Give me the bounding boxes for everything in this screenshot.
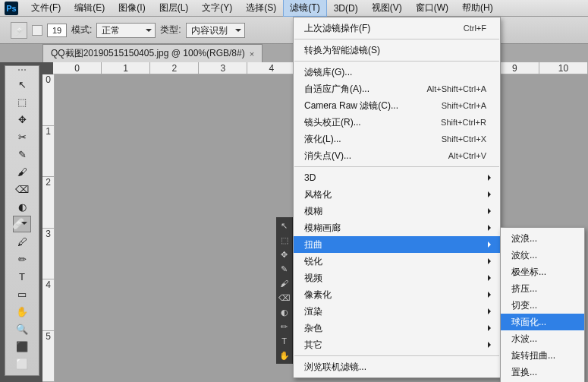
toolbox-grip-icon[interactable] (11, 69, 33, 74)
menu-item[interactable]: 其它 (294, 336, 500, 353)
menu-item[interactable]: 视频 (294, 270, 500, 286)
menu-item[interactable]: 液化(L)...Shift+Ctrl+X (294, 131, 500, 147)
mini-tool-button[interactable]: ✎ (278, 262, 291, 276)
close-tab-icon[interactable]: × (250, 49, 254, 58)
mini-tool-button[interactable]: 🖌 (278, 276, 291, 290)
tool-button[interactable]: ▭ (13, 286, 31, 302)
ruler-tick: 2 (150, 62, 199, 74)
tool-button[interactable]: ⬚ (13, 93, 31, 110)
submenu-item[interactable]: 水波... (501, 330, 584, 347)
submenu-item[interactable]: 极坐标... (501, 264, 584, 280)
submenu-item-label: 波纹... (511, 249, 571, 262)
mini-tool-button[interactable]: ↖ (278, 219, 291, 232)
type-select[interactable]: 内容识别 (186, 23, 245, 38)
brush-preview-icon[interactable] (32, 25, 42, 36)
mini-tool-button[interactable]: ⌫ (278, 291, 291, 305)
menu-item-label: 视频 (304, 272, 486, 285)
menu-item[interactable]: Camera Raw 滤镜(C)...Shift+Ctrl+A (294, 97, 500, 114)
tool-button[interactable]: 🩹 (13, 216, 31, 232)
menu-3d[interactable]: 3D(D) (327, 1, 365, 16)
submenu-item[interactable]: 波浪... (501, 230, 584, 247)
menu-layer[interactable]: 图层(L) (153, 0, 196, 17)
tool-button[interactable]: ⬛ (13, 338, 31, 355)
menu-item[interactable]: 转换为智能滤镜(S) (294, 42, 500, 58)
menu-item-label: 消失点(V)... (304, 150, 418, 163)
menu-file[interactable]: 文件(F) (24, 0, 68, 17)
menu-item-label: 自适应广角(A)... (304, 83, 396, 96)
menu-item-shortcut: Shift+Ctrl+A (442, 101, 486, 110)
menu-item[interactable]: 模糊画廊 (294, 219, 500, 236)
tool-button[interactable]: ⬜ (13, 355, 31, 372)
submenu-item-label: 水波... (511, 333, 571, 346)
menu-select[interactable]: 选择(S) (239, 0, 283, 17)
submenu-item-label: 极坐标... (511, 266, 571, 279)
submenu-item-label: 置换... (511, 366, 571, 379)
menu-help[interactable]: 帮助(H) (455, 0, 500, 17)
menu-item[interactable]: 消失点(V)...Alt+Ctrl+V (294, 147, 500, 164)
current-tool-icon[interactable]: 🩹 (11, 22, 27, 39)
mode-select[interactable]: 正常 (96, 23, 156, 38)
distort-submenu: 波浪...波纹...极坐标...挤压...切变...球面化...水波...旋转扭… (500, 227, 585, 382)
menu-item[interactable]: 自适应广角(A)...Alt+Shift+Ctrl+A (294, 81, 500, 97)
tool-button[interactable]: 🖌 (13, 163, 31, 180)
ruler-tick: 3 (199, 62, 247, 74)
tool-button[interactable]: 🔍 (13, 320, 31, 337)
mini-tool-button[interactable]: T (278, 334, 291, 348)
menu-item-label: 3D (304, 172, 486, 183)
submenu-item[interactable]: 波纹... (501, 247, 584, 264)
tool-button[interactable]: 🖊 (13, 233, 31, 250)
mini-tool-button[interactable]: ✏ (278, 320, 291, 333)
menu-item[interactable]: 渲染 (294, 303, 500, 320)
menu-item-label: 扭曲 (304, 238, 486, 251)
menu-window[interactable]: 窗口(W) (409, 0, 455, 17)
menu-filter[interactable]: 滤镜(T) (283, 0, 326, 17)
mini-tool-button[interactable]: ◐ (278, 305, 291, 319)
submenu-item[interactable]: 旋转扭曲... (501, 347, 584, 364)
menu-item[interactable]: 杂色 (294, 320, 500, 336)
menu-item[interactable]: 上次滤镜操作(F)Ctrl+F (294, 20, 500, 36)
submenu-item[interactable]: 置换... (501, 364, 584, 380)
type-label: 类型: (160, 24, 181, 36)
tool-button[interactable]: ✏ (13, 251, 31, 267)
menu-item-label: 模糊画廊 (304, 222, 486, 235)
menu-item[interactable]: 滤镜库(G)... (294, 64, 500, 81)
menu-item[interactable]: 像素化 (294, 286, 500, 303)
menu-item-shortcut: Ctrl+F (464, 24, 486, 33)
submenu-item[interactable]: 球面化... (501, 314, 584, 330)
submenu-item-label: 切变... (511, 299, 571, 312)
mini-tool-button[interactable]: ✥ (278, 248, 291, 261)
tool-button[interactable]: ✋ (13, 303, 31, 320)
filter-menu: 上次滤镜操作(F)Ctrl+F转换为智能滤镜(S)滤镜库(G)...自适应广角(… (293, 17, 501, 378)
menu-image[interactable]: 图像(I) (112, 0, 152, 17)
menu-separator (294, 355, 499, 356)
menu-item[interactable]: 模糊 (294, 203, 500, 219)
menu-item-label: 镜头校正(R)... (304, 116, 410, 129)
tool-button[interactable]: ↖ (13, 76, 31, 93)
mini-tool-button[interactable]: ✋ (278, 349, 291, 362)
menu-item[interactable]: 镜头校正(R)...Shift+Ctrl+R (294, 114, 500, 131)
menu-edit[interactable]: 编辑(E) (68, 0, 112, 17)
document-tab[interactable]: QQ截图20190515150405.jpg @ 100%(RGB/8#) × (42, 44, 263, 62)
menu-item-label: 锐化 (304, 255, 486, 268)
submenu-item[interactable]: 挤压... (501, 280, 584, 297)
menu-item[interactable]: 浏览联机滤镜... (294, 358, 500, 375)
tool-button[interactable]: T (13, 268, 31, 285)
submenu-item[interactable]: 切变... (501, 297, 584, 314)
menu-separator (294, 166, 499, 167)
menu-item[interactable]: 扭曲 (294, 236, 500, 253)
menu-item-shortcut: Shift+Ctrl+R (441, 118, 486, 127)
mini-tool-button[interactable]: ⬚ (278, 233, 291, 247)
tool-button[interactable]: ◐ (13, 198, 31, 215)
tool-button[interactable]: ✥ (13, 111, 31, 128)
tool-button[interactable]: ✎ (13, 146, 31, 163)
menu-item[interactable]: 3D (294, 169, 500, 186)
menu-type[interactable]: 文字(Y) (195, 0, 239, 17)
brush-size-field[interactable]: 19 (47, 24, 67, 37)
document-tab-title: QQ截图20190515150405.jpg @ 100%(RGB/8#) (51, 47, 245, 60)
menu-item[interactable]: 锐化 (294, 253, 500, 270)
tool-button[interactable]: ✂ (13, 128, 31, 145)
tool-button[interactable]: ⌫ (13, 181, 31, 197)
menu-view[interactable]: 视图(V) (365, 0, 409, 17)
ruler-tick: 0 (53, 62, 102, 74)
menu-item[interactable]: 风格化 (294, 186, 500, 203)
